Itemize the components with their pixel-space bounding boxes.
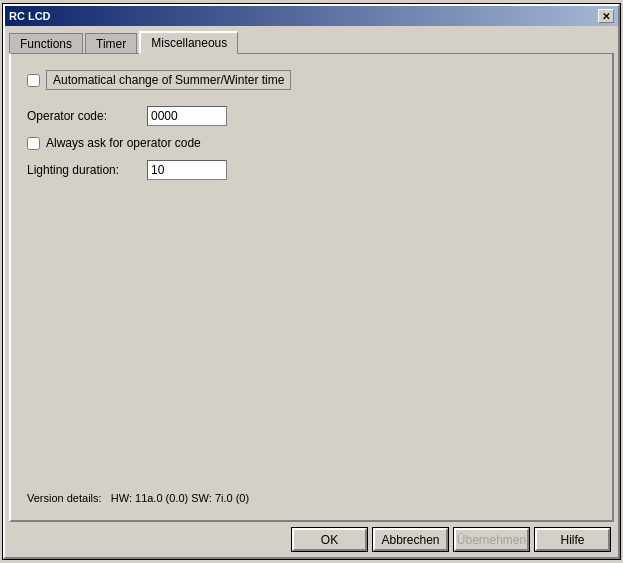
auto-change-checkbox[interactable] bbox=[27, 74, 40, 87]
tab-bar: Functions Timer Miscellaneous bbox=[5, 26, 618, 53]
title-bar: RC LCD ✕ bbox=[5, 6, 618, 26]
lighting-duration-input[interactable] bbox=[147, 160, 227, 180]
lighting-duration-label: Lighting duration: bbox=[27, 163, 147, 177]
always-ask-row: Always ask for operator code bbox=[27, 136, 596, 150]
lighting-duration-row: Lighting duration: bbox=[27, 160, 596, 180]
tab-content-miscellaneous: Automatical change of Summer/Winter time… bbox=[9, 53, 614, 522]
auto-change-label: Automatical change of Summer/Winter time bbox=[46, 70, 291, 90]
always-ask-label: Always ask for operator code bbox=[46, 136, 201, 150]
main-window: RC LCD ✕ Functions Timer Miscellaneous A… bbox=[3, 4, 620, 559]
version-value: HW: 11a.0 (0.0) SW: 7i.0 (0) bbox=[111, 492, 249, 504]
auto-change-row: Automatical change of Summer/Winter time bbox=[27, 70, 596, 90]
version-info: Version details: HW: 11a.0 (0.0) SW: 7i.… bbox=[27, 492, 249, 504]
operator-code-label: Operator code: bbox=[27, 109, 147, 123]
help-button[interactable]: Hilfe bbox=[535, 528, 610, 551]
tab-miscellaneous[interactable]: Miscellaneous bbox=[139, 31, 238, 54]
apply-button[interactable]: Übernehmen bbox=[454, 528, 529, 551]
ok-button[interactable]: OK bbox=[292, 528, 367, 551]
version-label: Version details: bbox=[27, 492, 102, 504]
operator-code-row: Operator code: bbox=[27, 106, 596, 126]
operator-code-input[interactable] bbox=[147, 106, 227, 126]
close-button[interactable]: ✕ bbox=[598, 9, 614, 23]
always-ask-checkbox[interactable] bbox=[27, 137, 40, 150]
button-bar: OK Abbrechen Übernehmen Hilfe bbox=[5, 522, 618, 557]
window-title: RC LCD bbox=[9, 10, 51, 22]
cancel-button[interactable]: Abbrechen bbox=[373, 528, 448, 551]
